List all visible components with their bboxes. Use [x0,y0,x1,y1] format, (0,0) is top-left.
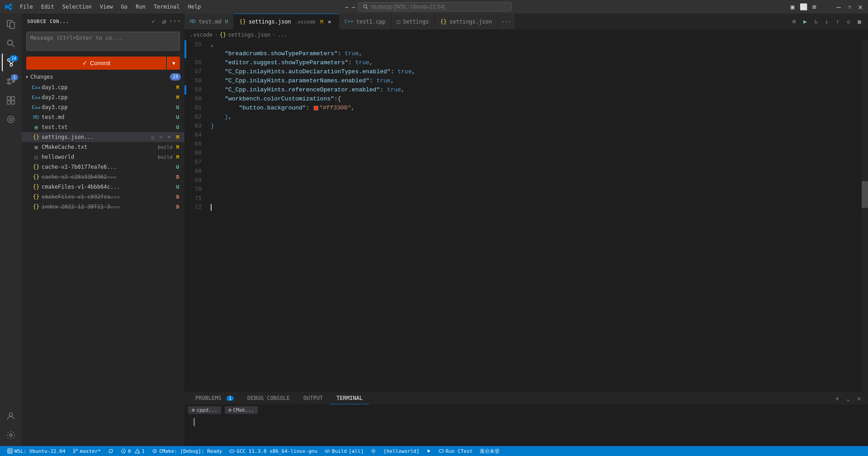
add-terminal-btn[interactable]: + [833,394,842,403]
tab-settingsjson-right[interactable]: {} settings.json [435,14,498,29]
split-terminal-btn[interactable]: ⌄ [844,394,853,403]
tab-terminal[interactable]: TERMINAL [330,392,369,404]
discard-btn[interactable]: ↩ [157,133,165,141]
stop-btn[interactable]: ■ [854,17,864,27]
code-line-67: 67 [184,158,862,167]
open-file-btn[interactable]: ◱ [149,133,156,141]
menu-run[interactable]: Run [132,3,149,11]
status-build[interactable]: Build [all] [321,446,367,456]
stage-btn[interactable]: + [165,133,173,141]
activity-explorer[interactable] [2,15,20,33]
file-subname: build [158,144,173,150]
commit-message-input[interactable] [26,32,180,51]
check-all-btn[interactable]: ✓ [149,17,157,25]
code-editor[interactable]: 55 , "breadcrumbs.showTypeParameters": t… [184,40,862,392]
file-item-cmakecache[interactable]: ▤ CMakeCache.txt build ↗ ↩ + M [22,142,184,152]
tab-testmd[interactable]: MD test.md U [184,14,234,29]
menu-help[interactable]: Help [184,3,205,11]
activity-search[interactable] [2,34,20,52]
nav-forward[interactable]: → [352,4,355,10]
filename: cmakeFiles-v1-c892fca... [42,194,173,200]
activity-source-control[interactable]: 24 [2,53,20,71]
file-status: D [175,204,181,210]
layout-btn-2[interactable]: ⬜ [800,4,807,10]
status-run-btn[interactable] [423,446,435,456]
breadcrumb-vscode[interactable]: .vscode [190,32,213,38]
terminal-content[interactable]: | [188,416,864,428]
tab-overflow-btn[interactable]: ··· [498,14,515,29]
code-line-58: 58 "C_Cpp.inlayHints.parameterNames.enab… [184,76,862,86]
tab-problems[interactable]: PROBLEMS 1 [189,392,240,404]
refresh-btn[interactable]: ↺ [160,17,168,25]
status-wsl[interactable]: ❯ WSL: Ubuntu-22.04 [4,446,69,456]
terminal-item-cppd[interactable]: ⚙ cppd... [188,406,221,414]
file-item-testtxt[interactable]: ▤ test.txt ↗ ↩ + U [22,122,184,132]
file-item-index[interactable]: {} index-2022-12-30T11-3... + D [22,202,184,212]
tab-output[interactable]: OUTPUT [297,392,329,404]
sidebar-header: SOURCE CON... ✓ ↺ ··· [22,14,184,29]
search-input[interactable] [371,4,507,10]
status-gcc[interactable]: GCC 11.3.0 x86_64-linux-gnu [226,446,321,456]
status-settings-btn[interactable] [367,446,380,456]
tab-settings[interactable]: □ Settings [392,14,435,29]
status-branch[interactable]: master* [69,446,104,456]
tab-debug-console[interactable]: DEBUG CONSOLE [241,392,296,404]
layout-btn-1[interactable]: ▣ [789,4,796,10]
tab-close-btn[interactable]: ✕ [326,18,333,25]
status-run-ctest[interactable]: Run CTest [435,446,476,456]
status-cmake[interactable]: CMake: [Debug]: Ready [148,446,226,456]
status-sync[interactable] [104,446,117,456]
tab-settingsjson[interactable]: {} settings.json .vscode M ✕ [234,14,339,29]
menu-terminal[interactable]: Terminal [150,3,184,11]
file-item-cache1[interactable]: {} cache-v2-7b0177ea7e6... + U [22,162,184,172]
menu-edit[interactable]: Edit [38,3,58,11]
scrollbar-thumb[interactable] [862,181,868,208]
minimize-btn[interactable]: — [835,4,842,10]
menu-go[interactable]: Go [118,3,131,11]
file-item-day1cpp[interactable]: C++ day1.cpp ↗ ↩ + M [22,82,184,92]
more-actions-btn[interactable]: ··· [171,17,179,25]
loop-btn[interactable]: ↺ [844,17,854,27]
txt-icon: ▤ [33,124,40,131]
commit-dropdown-btn[interactable]: ▾ [167,57,180,70]
file-item-settingsjson[interactable]: {} settings.json... ◱ ↩ + M [22,132,184,142]
layout-btn-3[interactable]: ⊞ [811,4,817,10]
menu-file[interactable]: File [16,3,37,11]
restore-btn[interactable]: ❐ [846,4,853,10]
status-active-item[interactable]: [helloworld] [380,446,423,456]
run-btn[interactable]: ▶ [800,17,810,27]
svg-text:✕: ✕ [123,450,124,453]
breadcrumb-settingsjson[interactable]: settings.json [228,32,270,38]
file-item-testmd[interactable]: MD test.md ↗ ↩ + U [22,112,184,122]
refresh-file-btn[interactable]: ↻ [811,17,821,27]
activity-remote[interactable] [2,110,20,128]
next-diff-btn[interactable]: ↓ [822,17,832,27]
status-chinese[interactable]: 落分未登 [476,446,503,456]
file-item-cmake2[interactable]: {} cmakeFiles-v1-c892fca... + D [22,192,184,202]
menu-selection[interactable]: Selection [59,3,95,11]
minimap-scrollbar[interactable] [862,40,868,392]
nav-back[interactable]: ← [345,4,349,10]
file-item-day2cpp[interactable]: C++ day2.cpp ↗ ↩ + M [22,92,184,102]
tab-test1cpp[interactable]: C++ test1.cpp [339,14,392,29]
file-item-day3cpp[interactable]: C++ day3.cpp ↗ ↩ + U [22,102,184,112]
status-errors[interactable]: ✕ 0 ! 1 [117,446,148,456]
terminal-item-cmake[interactable]: ⚙ CMak... [225,406,258,414]
commit-button[interactable]: ✓ Commit [26,57,166,70]
close-btn[interactable]: ✕ [857,4,863,10]
activity-extensions[interactable] [2,91,20,109]
prev-diff-btn[interactable]: ↑ [833,17,843,27]
activity-settings[interactable] [2,426,20,444]
activity-run-debug[interactable]: 1 [2,72,20,90]
menu-view[interactable]: View [96,3,117,11]
search-bar[interactable] [358,2,512,11]
grid-view-btn[interactable]: ⊞ [789,17,799,27]
activity-account[interactable] [2,407,20,425]
file-item-helloworld[interactable]: □ helloworld build ↗ ↩ + M [22,152,184,162]
file-item-cmake1[interactable]: {} cmakeFiles-v1-4bbb64c... + U [22,182,184,192]
close-panel-btn[interactable]: ✕ [854,394,863,403]
breadcrumb-more[interactable]: ... [277,32,287,38]
file-item-cache2[interactable]: {} cache-v2-e28a33b4962... + D [22,172,184,182]
changes-header[interactable]: ▾ Changes 24 [22,71,184,82]
svg-rect-15 [7,97,10,100]
